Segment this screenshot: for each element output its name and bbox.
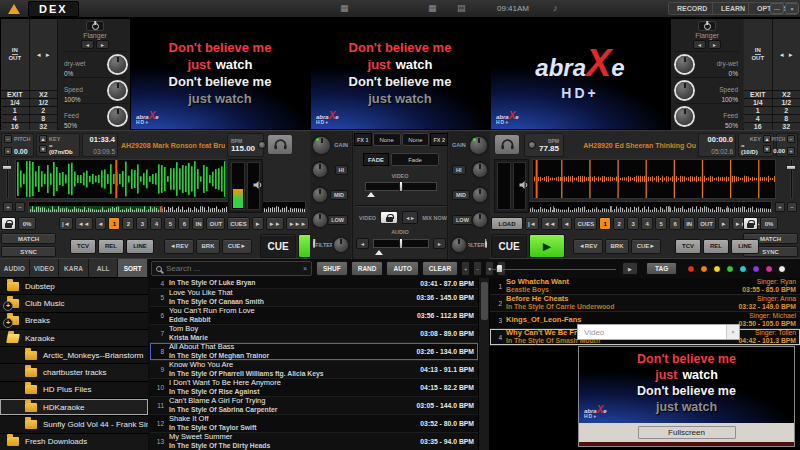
loop-button[interactable]: 4 bbox=[1, 115, 30, 122]
reverse-button[interactable]: ◄REV bbox=[573, 239, 603, 254]
tcv-button[interactable]: TCV bbox=[675, 239, 701, 254]
mix-direction-button[interactable]: ◄► bbox=[402, 211, 418, 224]
pitch-slider-a[interactable] bbox=[2, 159, 12, 199]
fade-select[interactable]: Fade bbox=[391, 153, 439, 166]
cue-number-button[interactable]: 1 bbox=[108, 217, 120, 230]
waveform-a[interactable] bbox=[15, 159, 226, 199]
browser-tab[interactable]: AUDIO bbox=[0, 259, 30, 278]
browser-tab[interactable]: ALL bbox=[89, 259, 119, 278]
tcv-button[interactable]: TCV bbox=[70, 239, 96, 254]
playlist-row[interactable]: 9 Know Who You AreIn The Style Of Pharre… bbox=[150, 361, 478, 379]
key-lock-button[interactable] bbox=[743, 217, 758, 230]
preview-volume-slider[interactable] bbox=[492, 264, 616, 274]
playlist-row[interactable]: 11 Can't Blame A Girl For TryingIn The S… bbox=[150, 397, 478, 415]
music-note-icon[interactable]: ♪ bbox=[553, 3, 558, 13]
browser-tab[interactable]: SORT bbox=[118, 259, 148, 278]
cue-button[interactable]: CUE bbox=[260, 234, 296, 258]
cue-number-button[interactable]: 4 bbox=[641, 217, 653, 230]
folder-item[interactable]: HDKaraoke bbox=[0, 399, 148, 416]
loop-button[interactable]: X2 bbox=[773, 91, 800, 98]
fx-power-button[interactable] bbox=[698, 21, 716, 31]
add-track-button[interactable]: + bbox=[461, 261, 470, 276]
cues-button[interactable]: CUES bbox=[227, 217, 250, 230]
folder-item[interactable]: Club Music bbox=[0, 295, 148, 312]
hi-kill-button[interactable]: HI bbox=[452, 165, 466, 175]
loop-button[interactable]: 2 bbox=[30, 107, 59, 114]
tag-button[interactable]: TAG bbox=[646, 262, 677, 275]
filter-power-icon[interactable] bbox=[485, 241, 487, 248]
folder-item[interactable]: Fresh Downloads bbox=[0, 434, 148, 450]
rel-button[interactable]: REL bbox=[98, 239, 124, 254]
cue-number-button[interactable]: 5 bbox=[164, 217, 176, 230]
loop-button[interactable]: 32 bbox=[773, 123, 800, 130]
remove-track-button[interactable]: − bbox=[473, 261, 482, 276]
cue-number-button[interactable]: 1 bbox=[599, 217, 611, 230]
brake-button[interactable]: BRK bbox=[605, 239, 629, 254]
queue-row[interactable]: 1 So Whatcha WantBeastie Boys Singer: Ry… bbox=[490, 278, 800, 295]
action-button[interactable]: CLEAR bbox=[422, 261, 458, 276]
brake-button[interactable]: BRK bbox=[196, 239, 220, 254]
mid-kill-button[interactable]: MID bbox=[452, 190, 470, 200]
queue-row[interactable]: 2 Before He CheatsIn The Style Of Carrie… bbox=[490, 295, 800, 312]
bpm-tap-button[interactable] bbox=[258, 141, 266, 149]
loop-button[interactable]: 8 bbox=[773, 115, 800, 122]
cue-number-button[interactable]: 6 bbox=[178, 217, 190, 230]
loop-button[interactable]: 1 bbox=[1, 107, 30, 114]
playlist-row[interactable]: 7 Tom BoyKrista Marie 03:08 - 89.0 BPM bbox=[150, 325, 478, 343]
loop-button[interactable]: 1/2 bbox=[773, 99, 800, 106]
cue-number-button[interactable]: 2 bbox=[613, 217, 625, 230]
loop-button[interactable]: 1 bbox=[744, 107, 773, 114]
browser-tab[interactable]: VIDEO bbox=[30, 259, 60, 278]
cue-in-button[interactable]: IN bbox=[683, 217, 695, 230]
popup-close-icon[interactable]: × bbox=[726, 325, 739, 339]
keyboard-icon[interactable]: ▤ bbox=[457, 3, 466, 13]
fade-left-button[interactable]: ◄ bbox=[356, 238, 369, 249]
loop-in-out-button[interactable]: INOUT bbox=[1, 19, 30, 90]
color-tag-dot[interactable] bbox=[713, 265, 721, 273]
fx1-select[interactable]: None bbox=[373, 133, 401, 146]
rewind-button[interactable]: ◄◄ bbox=[541, 217, 559, 230]
action-button[interactable]: RAND bbox=[351, 261, 384, 276]
step-back-button[interactable]: ◄ bbox=[95, 217, 107, 230]
rel-button[interactable]: REL bbox=[703, 239, 729, 254]
reverse-button[interactable]: ◄REV bbox=[164, 239, 194, 254]
folder-item[interactable]: Breaks bbox=[0, 313, 148, 330]
folder-item[interactable]: Sunfly Gold Vol 44 - Frank Sina bbox=[0, 416, 148, 433]
cues-button[interactable]: CUES bbox=[574, 217, 597, 230]
gain-knob[interactable] bbox=[313, 137, 330, 154]
hi-kill-button[interactable]: HI bbox=[335, 165, 349, 175]
waveform-b[interactable] bbox=[532, 159, 776, 199]
cue-number-button[interactable]: 3 bbox=[136, 217, 148, 230]
loop-button[interactable]: 32 bbox=[30, 123, 59, 130]
low-kill-button[interactable]: LOW bbox=[327, 215, 348, 225]
load-button[interactable]: LOAD bbox=[491, 217, 523, 230]
track-overview-a[interactable] bbox=[28, 201, 306, 213]
folder-item[interactable]: Dubstep bbox=[0, 278, 148, 295]
color-tag-dot[interactable] bbox=[765, 265, 773, 273]
playlist-row[interactable]: 4 In The Style Of Luke Bryan 03:41 - 87.… bbox=[150, 278, 478, 289]
action-button[interactable]: AUTO bbox=[386, 261, 418, 276]
loop-button[interactable]: 1/2 bbox=[30, 99, 59, 106]
fx-next-button[interactable]: ► bbox=[708, 40, 721, 49]
mid-knob[interactable] bbox=[473, 188, 487, 202]
low-kill-button[interactable]: LOW bbox=[452, 215, 473, 225]
cue-out-button[interactable]: OUT bbox=[206, 217, 225, 230]
cue-button[interactable]: CUE bbox=[491, 234, 527, 258]
playlist-row[interactable]: 10 I Don't Want To Be Here AnymoreIn The… bbox=[150, 379, 478, 397]
loop-button[interactable]: 4 bbox=[744, 115, 773, 122]
bpm-tap-button[interactable] bbox=[528, 141, 536, 149]
track-overview-b[interactable] bbox=[494, 201, 772, 213]
cue-in-button[interactable]: IN bbox=[192, 217, 204, 230]
low-knob[interactable] bbox=[313, 213, 327, 227]
low-knob[interactable] bbox=[473, 213, 487, 227]
color-tag-dot[interactable] bbox=[700, 265, 708, 273]
folder-item[interactable]: Karaoke bbox=[0, 330, 148, 347]
pitch-down-button[interactable]: − bbox=[4, 135, 12, 143]
pitch-slider-b[interactable] bbox=[786, 159, 796, 199]
key-up-button[interactable]: ▲ bbox=[763, 135, 771, 143]
mid-knob[interactable] bbox=[313, 188, 327, 202]
layout-grid-icon[interactable]: ▦ bbox=[428, 3, 437, 13]
loop-in-out-button[interactable]: INOUT bbox=[744, 19, 773, 90]
fx-knob[interactable] bbox=[676, 82, 693, 99]
color-tag-dot[interactable] bbox=[778, 265, 786, 273]
